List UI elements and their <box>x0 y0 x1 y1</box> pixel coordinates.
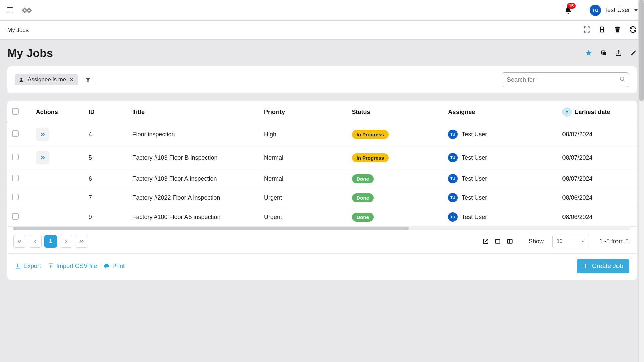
app-logo[interactable] <box>20 4 34 17</box>
save-view-button[interactable] <box>598 26 606 35</box>
col-actions-header[interactable]: Actions <box>31 101 84 123</box>
plus-icon <box>583 263 589 269</box>
avatar: TU <box>448 212 458 222</box>
column-filter-active-icon[interactable] <box>562 107 572 117</box>
table-row[interactable]: 7Factory #2022 Floor A inspectionUrgentD… <box>7 188 637 207</box>
page-first-button[interactable] <box>13 235 26 248</box>
table-row[interactable]: 6Factory #103 Floor A inspectionNormalDo… <box>7 169 637 188</box>
print-button[interactable]: Print <box>104 263 125 270</box>
create-job-button[interactable]: Create Job <box>577 259 629 273</box>
toggle-sidebar-button[interactable] <box>5 5 15 16</box>
page-size-value: 10 <box>557 238 563 244</box>
row-expand-button[interactable] <box>36 151 49 164</box>
external-link-icon <box>482 238 489 245</box>
delete-button[interactable] <box>614 26 621 35</box>
funnel-icon <box>565 110 569 114</box>
col-earliest-date-header[interactable]: Earliest date <box>557 101 637 123</box>
page-last-button[interactable] <box>75 235 88 248</box>
favorite-button[interactable] <box>585 49 592 57</box>
cell-title[interactable]: Floor inspection <box>127 123 259 146</box>
cell-id: 7 <box>84 188 128 207</box>
table-row[interactable]: 9Factory #100 Floor A5 inspectionUrgentD… <box>7 207 637 227</box>
row-checkbox[interactable] <box>12 175 19 181</box>
cell-title[interactable]: Factory #100 Floor A5 inspection <box>127 207 259 227</box>
upload-icon <box>48 263 54 269</box>
select-all-checkbox[interactable] <box>12 108 19 115</box>
cell-priority: High <box>259 123 347 146</box>
user-menu-button[interactable]: TU Test User <box>590 5 638 16</box>
open-external-button[interactable] <box>482 238 489 245</box>
record-range-label: 1 -5 from 5 <box>599 238 629 245</box>
svg-point-4 <box>20 78 22 80</box>
table-row[interactable]: 4Floor inspectionHighIn ProgressTUTest U… <box>7 123 637 146</box>
filter-chip-remove-button[interactable] <box>69 77 74 82</box>
export-button[interactable]: Export <box>15 263 41 270</box>
cell-assignee[interactable]: TUTest User <box>448 212 487 222</box>
cell-assignee[interactable]: TUTest User <box>448 130 487 139</box>
print-label: Print <box>112 263 125 270</box>
maximize-icon <box>583 26 590 33</box>
svg-rect-0 <box>7 8 13 13</box>
table-row[interactable]: 5Factory #103 Floor B inspectionNormalIn… <box>7 146 637 169</box>
row-checkbox[interactable] <box>12 130 19 137</box>
search-input[interactable] <box>502 72 629 87</box>
page-size-select[interactable]: 10 <box>552 235 589 248</box>
layout-compact-button[interactable] <box>494 238 501 245</box>
cell-title[interactable]: Factory #2022 Floor A inspection <box>127 188 259 207</box>
jobs-table: Actions ID Title Priority Status Assigne… <box>7 101 637 227</box>
col-priority-header[interactable]: Priority <box>259 101 347 123</box>
avatar: TU <box>448 130 458 139</box>
open-filters-button[interactable] <box>83 75 93 85</box>
chevrons-right-icon <box>40 131 46 137</box>
cell-earliest-date: 08/07/2024 <box>557 146 637 169</box>
user-name-label: Test User <box>604 7 630 14</box>
cell-earliest-date: 08/07/2024 <box>557 169 637 188</box>
layout-split-icon <box>506 238 513 245</box>
assignee-name: Test User <box>462 175 487 182</box>
page-next-button[interactable] <box>60 235 72 248</box>
import-label: Import CSV file <box>56 263 97 270</box>
table-horizontal-scrollbar[interactable] <box>13 227 631 230</box>
copy-icon <box>600 50 607 56</box>
row-expand-button[interactable] <box>36 128 49 141</box>
col-id-header[interactable]: ID <box>84 101 128 123</box>
page-prev-button[interactable] <box>29 235 42 248</box>
import-button[interactable]: Import CSV file <box>48 263 97 270</box>
cell-assignee[interactable]: TUTest User <box>448 174 487 183</box>
filter-chip-assignee[interactable]: Assignee is me <box>15 74 78 85</box>
window-vertical-scrollbar[interactable] <box>638 0 644 362</box>
row-checkbox[interactable] <box>12 213 19 220</box>
assignee-name: Test User <box>462 214 487 221</box>
col-assignee-header[interactable]: Assignee <box>443 101 557 123</box>
chevron-left-icon <box>33 239 38 244</box>
col-status-header[interactable]: Status <box>347 101 444 123</box>
avatar: TU <box>590 5 601 16</box>
copy-button[interactable] <box>600 50 607 56</box>
card-footer: Export Import CSV file Print Create Job <box>7 254 637 280</box>
cell-assignee[interactable]: TUTest User <box>448 193 487 202</box>
cell-assignee[interactable]: TUTest User <box>448 153 487 162</box>
cell-title[interactable]: Factory #103 Floor A inspection <box>127 169 259 188</box>
row-checkbox[interactable] <box>12 154 19 160</box>
fullscreen-button[interactable] <box>583 26 590 35</box>
col-title-header[interactable]: Title <box>127 101 259 123</box>
avatar: TU <box>448 174 458 183</box>
cell-earliest-date: 08/06/2024 <box>557 188 637 207</box>
layout-split-button[interactable] <box>506 238 513 245</box>
chevron-down-icon <box>634 8 638 12</box>
search-wrap <box>502 72 629 87</box>
edit-button[interactable] <box>630 50 637 56</box>
close-icon <box>69 77 74 82</box>
cell-title[interactable]: Factory #103 Floor B inspection <box>127 146 259 169</box>
breadcrumb[interactable]: My Jobs <box>7 27 29 34</box>
refresh-button[interactable] <box>629 26 637 35</box>
status-badge: Done <box>352 174 374 183</box>
share-button[interactable] <box>615 50 622 56</box>
refresh-icon <box>629 26 637 33</box>
cell-priority: Urgent <box>259 207 347 227</box>
notifications-badge: 15 <box>567 3 576 9</box>
status-badge: In Progress <box>352 153 389 162</box>
row-checkbox[interactable] <box>12 194 19 200</box>
notifications-button[interactable]: 15 <box>562 4 574 16</box>
page-number-current[interactable]: 1 <box>44 235 57 248</box>
